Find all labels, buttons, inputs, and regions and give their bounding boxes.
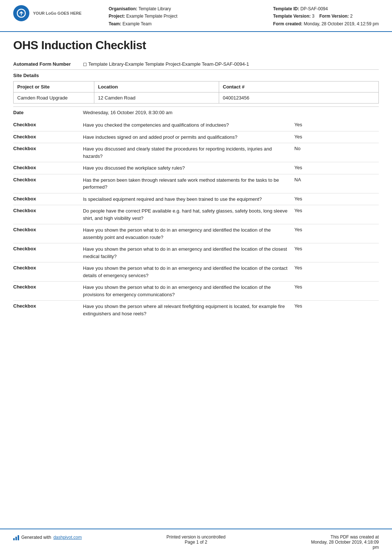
table-row: Camden Road Upgrade 12 Camden Road 04001…	[14, 92, 379, 104]
check-label-11: Checkbox	[13, 303, 83, 309]
check-question-6: Do people have the correct PPE available…	[83, 207, 291, 222]
check-question-11: Have you shown the person where all rele…	[83, 303, 291, 317]
check-question-10: Have you shown the person what to do in …	[83, 284, 291, 298]
site-location: 12 Camden Road	[94, 92, 219, 104]
form-created-label: Form created:	[273, 21, 302, 26]
check-answer-11: Yes	[291, 303, 313, 309]
check-label-0: Checkbox	[13, 121, 83, 127]
template-id-label: Template ID:	[273, 6, 299, 11]
checklist-row: Checkbox Have you shown the person where…	[13, 300, 379, 319]
check-answer-8: Yes	[291, 246, 313, 251]
date-value: Wednesday, 16 October 2019, 8:30:00 am	[83, 110, 379, 115]
site-details-header: Site Details	[13, 69, 379, 80]
org-row: Organisation: Template Library	[109, 5, 266, 12]
org-label: Organisation:	[109, 6, 137, 11]
generated-text: Generated with	[21, 535, 51, 540]
pdf-created: This PDF was created at Monday, 28 Octob…	[311, 534, 379, 550]
project-label: Project:	[109, 14, 125, 19]
org-value: Template Library	[138, 6, 171, 11]
check-label-5: Checkbox	[13, 196, 83, 202]
check-question-9: Have you shown the person what to do in …	[83, 265, 291, 279]
check-question-2: Have you discussed and clearly stated th…	[83, 145, 291, 160]
versions-row: Template Version: 3 Form Version: 2	[273, 12, 379, 20]
header-right: Template ID: DP-SAF-0094 Template Versio…	[266, 5, 379, 28]
logo-text: YOUR LoGo GOES HERE	[33, 11, 81, 16]
doc-title: OHS Induction Checklist	[13, 39, 379, 52]
logo-icon	[13, 5, 29, 21]
check-label-10: Checkbox	[13, 284, 83, 290]
automated-form-row: Automated Form Number ◻ Template Library…	[13, 59, 379, 69]
check-label-4: Checkbox	[13, 177, 83, 182]
checklist-row: Checkbox Have you shown the person what …	[13, 262, 379, 281]
team-value: Example Team	[123, 21, 152, 26]
checklist-row: Checkbox Do people have the correct PPE …	[13, 205, 379, 224]
form-version-value: 2	[350, 14, 353, 19]
check-label-9: Checkbox	[13, 265, 83, 271]
print-notice: Printed version is uncontrolled Page 1 o…	[167, 534, 226, 545]
checklist-row: Checkbox Have you checked the competenci…	[13, 119, 379, 131]
check-answer-7: Yes	[291, 226, 313, 232]
checklist-row: Checkbox Have you discussed and clearly …	[13, 143, 379, 162]
checklist-row: Checkbox Is specialised equipment requir…	[13, 193, 379, 205]
project-value: Example Template Project	[126, 14, 177, 19]
footer-left: Generated with dashpivot.com	[13, 534, 135, 541]
header-meta: Organisation: Template Library Project: …	[101, 5, 266, 28]
check-question-4: Has the person been taken through releva…	[83, 177, 291, 191]
check-answer-10: Yes	[291, 284, 313, 290]
template-id-row: Template ID: DP-SAF-0094	[273, 5, 379, 12]
dashpivot-link[interactable]: dashpivot.com	[53, 535, 81, 540]
col-contact: Contact #	[219, 81, 379, 92]
col-project: Project or Site	[14, 81, 94, 92]
footer-logo: Generated with dashpivot.com	[13, 534, 135, 540]
template-id-value: DP-SAF-0094	[301, 6, 328, 11]
checklist-section: Checkbox Have you checked the competenci…	[13, 119, 379, 319]
check-answer-6: Yes	[291, 207, 313, 213]
check-question-3: Have you discussed the workplace safety …	[83, 164, 291, 172]
page: YOUR LoGo GOES HERE Organisation: Templa…	[0, 0, 392, 555]
team-row: Team: Example Team	[109, 20, 266, 28]
checklist-row: Checkbox Have you discussed the workplac…	[13, 162, 379, 174]
checklist-row: Checkbox Has the person been taken throu…	[13, 174, 379, 193]
check-question-8: Have you shown the person what to do in …	[83, 246, 291, 260]
checklist-row: Checkbox Have inductees signed on and ad…	[13, 131, 379, 143]
check-answer-4: NA	[291, 177, 313, 182]
check-label-8: Checkbox	[13, 246, 83, 251]
main-content: OHS Induction Checklist Automated Form N…	[0, 32, 392, 529]
check-answer-3: Yes	[291, 164, 313, 170]
header: YOUR LoGo GOES HERE Organisation: Templa…	[0, 0, 392, 32]
check-question-1: Have inductees signed on and added proof…	[83, 134, 291, 141]
check-question-7: Have you shown the person what to do in …	[83, 226, 291, 241]
form-created-row: Form created: Monday, 28 October 2019, 4…	[273, 20, 379, 28]
check-answer-1: Yes	[291, 134, 313, 139]
check-label-2: Checkbox	[13, 145, 83, 151]
checklist-row: Checkbox Have you shown the person what …	[13, 281, 379, 300]
form-created-value: Monday, 28 October 2019, 4:12:59 pm	[304, 21, 379, 26]
bar-chart-icon	[13, 534, 19, 540]
check-label-1: Checkbox	[13, 134, 83, 139]
automated-form-label: Automated Form Number	[13, 61, 83, 67]
date-row: Date Wednesday, 16 October 2019, 8:30:00…	[13, 106, 379, 118]
site-table: Project or Site Location Contact # Camde…	[13, 81, 379, 104]
check-answer-2: No	[291, 145, 313, 151]
form-version-label: Form Version:	[319, 14, 349, 19]
site-project: Camden Road Upgrade	[14, 92, 94, 104]
automated-form-value: ◻ Template Library-Example Template Proj…	[83, 61, 379, 67]
check-label-6: Checkbox	[13, 207, 83, 213]
team-label: Team:	[109, 21, 121, 26]
check-question-5: Is specialised equipment required and ha…	[83, 196, 291, 203]
check-answer-5: Yes	[291, 196, 313, 202]
check-question-0: Have you checked the competencies and qu…	[83, 121, 291, 129]
check-answer-0: Yes	[291, 121, 313, 127]
date-label: Date	[13, 110, 83, 115]
check-label-7: Checkbox	[13, 226, 83, 232]
logo-area: YOUR LoGo GOES HERE	[13, 5, 101, 21]
col-location: Location	[94, 81, 219, 92]
footer-center: Printed version is uncontrolled Page 1 o…	[135, 534, 257, 545]
footer: Generated with dashpivot.com Printed ver…	[0, 529, 392, 555]
check-label-3: Checkbox	[13, 164, 83, 170]
check-answer-9: Yes	[291, 265, 313, 271]
template-version-value: 3	[312, 14, 315, 19]
footer-right: This PDF was created at Monday, 28 Octob…	[257, 534, 379, 550]
project-row: Project: Example Template Project	[109, 12, 266, 20]
template-version-label: Template Version:	[273, 14, 311, 19]
